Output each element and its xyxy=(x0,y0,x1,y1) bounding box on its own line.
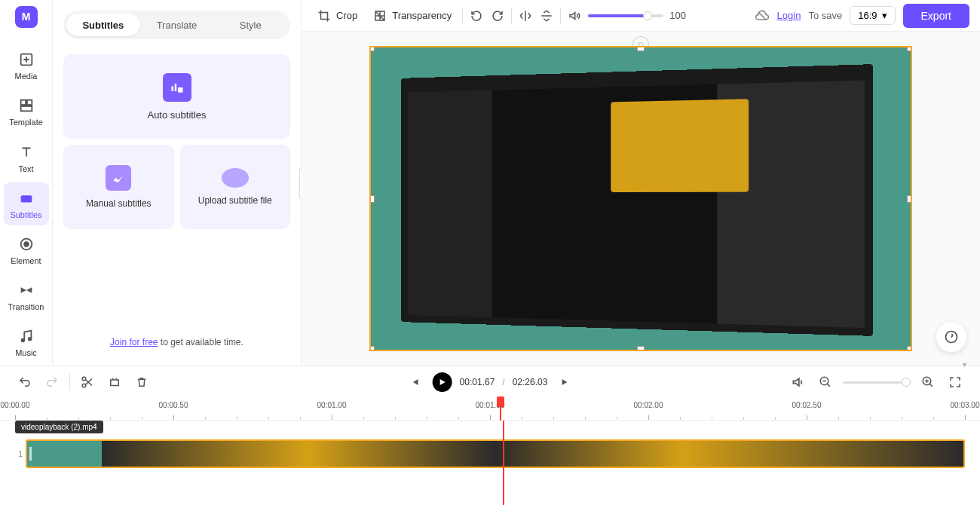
auto-subtitles-card[interactable]: Auto subtitles xyxy=(63,54,290,139)
card-label: Manual subtitles xyxy=(86,198,152,209)
next-frame-button[interactable] xyxy=(555,372,574,392)
svg-point-15 xyxy=(82,384,86,387)
transparency-button[interactable]: Transparency xyxy=(368,5,456,26)
zoom-slider[interactable] xyxy=(843,381,911,384)
sidebar-item-subtitles[interactable]: Subtitles xyxy=(4,182,49,225)
playhead-ruler[interactable] xyxy=(500,398,501,421)
join-free-text: Join for free to get available time. xyxy=(63,337,290,355)
resize-handle[interactable] xyxy=(907,346,912,351)
export-button[interactable]: Export xyxy=(903,4,969,28)
upload-subtitle-card[interactable]: Upload subtitle file xyxy=(180,145,291,229)
current-time: 00:01.67 xyxy=(460,377,495,387)
rotate-left-button[interactable] xyxy=(469,8,484,23)
video-frame[interactable] xyxy=(369,46,912,351)
ruler-label: 00:00.50 xyxy=(159,401,188,409)
preview-canvas[interactable]: ☺ ▾ xyxy=(302,32,980,366)
video-clip[interactable] xyxy=(26,439,965,468)
crop-timeline-button[interactable] xyxy=(105,372,124,392)
sidebar-item-music[interactable]: Music xyxy=(4,321,49,364)
app-logo[interactable]: M xyxy=(15,6,38,28)
crop-icon xyxy=(317,8,332,23)
transparency-icon xyxy=(372,8,387,23)
help-button[interactable] xyxy=(936,322,966,352)
sidebar-label: Transition xyxy=(8,302,44,311)
sidebar-label: Media xyxy=(15,72,38,81)
card-label: Upload subtitle file xyxy=(198,195,272,206)
sidebar-label: Text xyxy=(18,164,33,173)
svg-point-6 xyxy=(24,242,29,246)
aspect-ratio-select[interactable]: 16:9▾ xyxy=(850,6,895,25)
svg-rect-16 xyxy=(111,380,119,386)
manual-subtitles-icon xyxy=(106,165,131,191)
time-separator: / xyxy=(502,377,504,387)
svg-rect-4 xyxy=(20,195,32,202)
ruler-label: 00:00.00 xyxy=(1,401,30,409)
tab-translate[interactable]: Translate xyxy=(140,14,214,36)
volume-icon[interactable] xyxy=(567,8,582,23)
subtitles-panel: Subtitles Translate Style Auto subtitles… xyxy=(53,0,302,366)
playhead[interactable] xyxy=(503,421,504,505)
rotate-right-button[interactable] xyxy=(490,8,505,23)
element-icon xyxy=(17,235,35,253)
crop-button[interactable]: Crop xyxy=(312,5,362,26)
svg-point-7 xyxy=(21,339,24,342)
join-rest: to get available time. xyxy=(158,337,243,347)
undo-button[interactable] xyxy=(15,372,35,392)
flip-horizontal-button[interactable] xyxy=(518,8,533,23)
manual-subtitles-card[interactable]: Manual subtitles xyxy=(63,145,174,229)
fit-button[interactable] xyxy=(945,372,965,392)
mute-button[interactable] xyxy=(789,372,808,392)
sidebar-label: Element xyxy=(11,256,41,265)
ruler-label: 00:02.00 xyxy=(634,401,663,409)
sidebar-item-template[interactable]: Template xyxy=(4,90,49,133)
total-time: 02:26.03 xyxy=(513,377,548,387)
timeline-area: 00:01.67 / 02:26.03 00:00.0000:00.5000:0… xyxy=(0,366,980,505)
auto-subtitles-icon xyxy=(163,73,191,102)
media-icon xyxy=(17,50,35,69)
sidebar-item-text[interactable]: Text xyxy=(4,136,49,179)
resize-handle[interactable] xyxy=(369,346,375,351)
svg-point-8 xyxy=(28,338,31,341)
split-button[interactable] xyxy=(78,372,97,392)
delete-button[interactable] xyxy=(132,372,152,392)
resize-handle[interactable] xyxy=(369,195,375,203)
redo-button[interactable] xyxy=(42,372,62,392)
prev-frame-button[interactable] xyxy=(406,372,425,392)
transparency-label: Transparency xyxy=(392,10,452,21)
play-button[interactable] xyxy=(433,372,452,392)
resize-handle[interactable] xyxy=(637,46,645,51)
ruler-label: 00:02.50 xyxy=(792,401,822,409)
svg-rect-11 xyxy=(177,87,182,93)
join-free-link[interactable]: Join for free xyxy=(110,337,158,347)
canvas-area: Crop Transparency 100 Login To save 16:9… xyxy=(302,0,980,366)
resize-handle[interactable] xyxy=(907,195,912,203)
sidebar-label: Music xyxy=(15,348,37,357)
flip-vertical-button[interactable] xyxy=(539,8,554,23)
ruler-label: 00:03.00 xyxy=(951,401,980,409)
resize-handle[interactable] xyxy=(907,46,912,51)
video-content xyxy=(402,64,874,336)
zoom-out-button[interactable] xyxy=(816,372,835,392)
volume-slider[interactable] xyxy=(588,14,663,17)
sidebar-item-element[interactable]: Element xyxy=(4,228,49,271)
cloud-sync-icon xyxy=(755,8,770,23)
ruler-label: 00:01.00 xyxy=(317,401,347,409)
svg-point-14 xyxy=(82,377,86,381)
canvas-toolbar: Crop Transparency 100 Login To save 16:9… xyxy=(302,0,980,32)
svg-rect-10 xyxy=(174,84,176,91)
playback-bar: 00:01.67 / 02:26.03 xyxy=(0,366,980,398)
sidebar-item-transition[interactable]: Transition xyxy=(4,275,49,318)
login-link[interactable]: Login xyxy=(777,10,801,21)
sidebar: M Media Template Text Subtitles Element … xyxy=(0,0,53,366)
timeline-ruler[interactable]: 00:00.0000:00.5000:01.0000:01.5000:02.00… xyxy=(0,398,980,421)
panel-tabs: Subtitles Translate Style xyxy=(63,11,290,39)
sidebar-label: Template xyxy=(9,118,43,127)
resize-handle[interactable] xyxy=(637,346,645,351)
tab-subtitles[interactable]: Subtitles xyxy=(66,14,140,36)
zoom-in-button[interactable] xyxy=(918,372,938,392)
tab-style[interactable]: Style xyxy=(213,14,287,36)
resize-handle[interactable] xyxy=(369,46,375,51)
sidebar-item-media[interactable]: Media xyxy=(4,44,49,87)
transition-icon xyxy=(17,281,35,299)
cloud-upload-icon xyxy=(222,168,249,188)
